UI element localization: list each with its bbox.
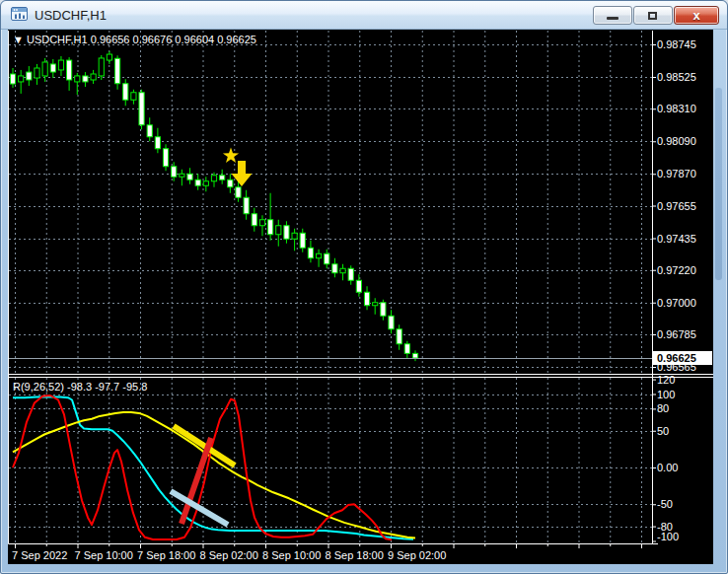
current-price-label: 0.96625 xyxy=(657,352,696,364)
minimize-icon xyxy=(607,17,619,20)
bull-candle xyxy=(276,226,281,235)
window-border-strip xyxy=(715,88,722,280)
star-icon[interactable] xyxy=(223,148,239,163)
bull-candle xyxy=(19,76,24,82)
bull-candle xyxy=(292,233,297,239)
bear-candle xyxy=(187,174,192,179)
trendline-object[interactable] xyxy=(171,491,228,525)
window-controls: x xyxy=(593,6,719,25)
bull-candle xyxy=(91,74,96,80)
bear-candle xyxy=(228,179,233,187)
time-axis-label: 8 Sep 18:00 xyxy=(326,549,384,561)
price-axis[interactable]: 0.987450.985250.983100.980900.978700.976… xyxy=(653,38,712,373)
bear-candle xyxy=(348,268,353,280)
bull-candle xyxy=(203,181,208,186)
bear-candle xyxy=(284,226,289,240)
price-axis-label: 0.97870 xyxy=(657,168,696,179)
bear-candle xyxy=(412,353,417,358)
window-titlebar[interactable]: USDCHF,H1 x xyxy=(1,1,727,30)
bull-candle xyxy=(180,174,184,177)
oscillator-axis-label: 80 xyxy=(657,402,669,414)
price-axis-label: 0.96785 xyxy=(657,328,696,340)
bear-candle xyxy=(163,149,168,167)
bear-candle xyxy=(381,303,386,317)
bear-candle xyxy=(155,137,160,149)
bear-candle xyxy=(389,316,394,329)
grid xyxy=(9,31,652,543)
oscillator-axis-label: -100 xyxy=(657,531,679,542)
bear-candle xyxy=(172,167,177,178)
price-axis-label: 0.98310 xyxy=(657,103,696,114)
bull-candle xyxy=(35,68,39,78)
bull-candle xyxy=(316,253,321,258)
bear-candle xyxy=(244,197,249,214)
bear-candle xyxy=(27,72,32,80)
oscillator-axis-label: 50 xyxy=(657,425,669,437)
restore-icon xyxy=(648,12,657,20)
bear-candle xyxy=(332,264,337,273)
bull-candle xyxy=(340,268,345,273)
time-axis-label: 8 Sep 02:00 xyxy=(200,549,258,561)
bear-candle xyxy=(195,179,200,185)
maximize-button[interactable] xyxy=(633,6,673,25)
oscillator-axis-label: 120 xyxy=(657,374,675,386)
time-axis-label: 7 Sep 18:00 xyxy=(137,549,195,561)
bull-candle xyxy=(373,303,378,306)
price-axis-label: 0.97220 xyxy=(657,264,696,276)
bear-candle xyxy=(397,329,401,344)
bull-candle xyxy=(131,93,136,101)
pane-headers: ▼ USDCHF,H1 0.96656 0.96676 0.96604 0.96… xyxy=(13,34,256,393)
candlestick-series xyxy=(10,51,417,361)
bear-candle xyxy=(147,125,152,137)
mt4-chart-window: USDCHF,H1 x 0.987450.985250.983100.98090… xyxy=(0,0,728,574)
bull-candle xyxy=(259,220,264,226)
bear-candle xyxy=(220,176,225,180)
price-axis-label: 0.97655 xyxy=(657,200,696,212)
bull-candle xyxy=(99,58,104,76)
symbol-ohlc-label: ▼ USDCHF,H1 0.96656 0.96676 0.96604 0.96… xyxy=(13,34,256,45)
indicator-label: R(9,26,52) -98.3 -97.7 -95.8 xyxy=(13,381,147,393)
bear-candle xyxy=(83,76,88,82)
time-axis-label: 7 Sep 2022 xyxy=(12,549,67,561)
price-axis-label: 0.98525 xyxy=(657,71,696,83)
time-axis-label: 7 Sep 10:00 xyxy=(75,549,133,561)
bull-candle xyxy=(107,54,111,60)
chart-window-icon xyxy=(11,7,28,23)
trendline-objects[interactable] xyxy=(171,426,235,525)
price-axis-label: 0.98090 xyxy=(657,135,696,147)
oscillator-axis-label: -50 xyxy=(657,498,673,510)
bear-candle xyxy=(308,248,313,258)
bull-candle xyxy=(42,62,47,76)
time-axis[interactable]: 7 Sep 20227 Sep 10:007 Sep 18:008 Sep 02… xyxy=(12,544,642,561)
minimize-button[interactable] xyxy=(593,6,632,25)
bear-candle xyxy=(236,187,241,198)
bull-candle xyxy=(211,176,216,181)
close-button[interactable]: x xyxy=(674,6,719,25)
oscillator-axis-label: 100 xyxy=(657,389,675,400)
oscillator-axis[interactable]: 12010080500.00-50-80-100 xyxy=(653,374,679,542)
time-axis-label: 8 Sep 10:00 xyxy=(262,549,321,561)
chart-canvas[interactable]: 0.987450.985250.983100.980900.978700.976… xyxy=(8,30,713,564)
window-title: USDCHF,H1 xyxy=(35,8,107,23)
bear-candle xyxy=(404,344,409,354)
bear-candle xyxy=(67,60,72,80)
bull-candle xyxy=(75,76,80,82)
close-icon: x xyxy=(675,7,718,24)
price-axis-label: 0.97435 xyxy=(657,233,696,245)
bear-candle xyxy=(300,233,305,248)
bear-candle xyxy=(364,292,369,306)
bear-candle xyxy=(139,93,144,125)
bear-candle xyxy=(252,214,256,226)
bear-candle xyxy=(10,74,15,84)
bear-candle xyxy=(356,280,361,292)
bear-candle xyxy=(268,220,273,235)
oscillator-axis-label: 0.00 xyxy=(657,462,678,473)
price-axis-label: 0.97000 xyxy=(657,297,696,309)
bear-candle xyxy=(50,64,55,72)
bear-candle xyxy=(325,253,329,264)
bear-candle xyxy=(114,58,119,84)
bull-candle xyxy=(58,60,63,70)
chart-client-area[interactable]: 0.987450.985250.983100.980900.978700.976… xyxy=(8,30,713,564)
bear-candle xyxy=(123,84,128,101)
time-axis-label: 9 Sep 02:00 xyxy=(388,549,446,561)
